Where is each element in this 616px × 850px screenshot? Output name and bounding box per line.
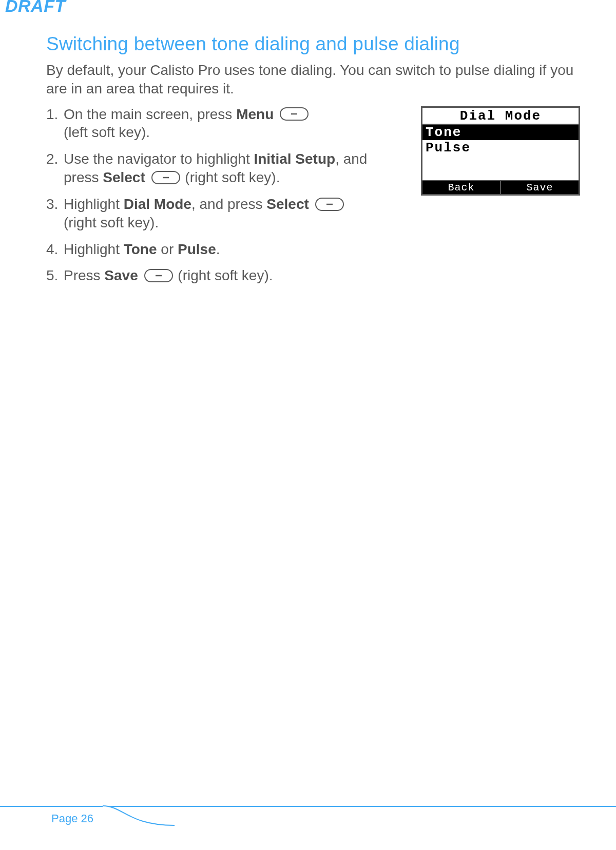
- phone-item-tone: Tone: [422, 125, 579, 140]
- body-row: On the main screen, press Menu (left sof…: [46, 105, 580, 294]
- step-4: Highlight Tone or Pulse.: [46, 240, 402, 259]
- page-footer: Page 26: [0, 806, 616, 832]
- step-text: , and press: [191, 196, 266, 212]
- content-area: Switching between tone dialing and pulse…: [46, 33, 580, 293]
- phone-softkey-back: Back: [422, 181, 501, 194]
- step-bold: Select: [103, 169, 145, 185]
- draft-watermark: DRAFT: [5, 0, 66, 16]
- step-text: or: [157, 241, 178, 257]
- step-bold: Save: [104, 267, 138, 283]
- phone-list: Tone Pulse: [422, 124, 579, 180]
- step-5: Press Save (right soft key).: [46, 266, 402, 285]
- step-3: Highlight Dial Mode, and press Select (r…: [46, 195, 402, 232]
- softkey-icon: [315, 198, 344, 211]
- intro-paragraph: By default, your Calisto Pro uses tone d…: [46, 61, 580, 98]
- softkey-icon: [151, 171, 180, 184]
- step-text: Highlight: [64, 241, 124, 257]
- step-bold: Menu: [236, 106, 274, 122]
- step-text: Highlight: [64, 196, 124, 212]
- step-text: (left soft key).: [64, 124, 150, 140]
- step-bold: Select: [266, 196, 309, 212]
- steps-list: On the main screen, press Menu (left sof…: [46, 105, 402, 294]
- step-bold: Initial Setup: [254, 151, 335, 167]
- step-bold: Pulse: [178, 241, 216, 257]
- phone-title: Dial Mode: [422, 108, 579, 124]
- page-number: Page 26: [51, 812, 93, 825]
- step-1: On the main screen, press Menu (left sof…: [46, 105, 402, 142]
- step-text: (right soft key).: [64, 215, 159, 230]
- softkey-icon: [280, 107, 309, 121]
- step-text: .: [216, 241, 220, 257]
- footer-line: [0, 806, 616, 807]
- step-text: (right soft key).: [181, 169, 280, 185]
- softkey-icon: [144, 269, 173, 282]
- phone-softkeys: Back Save: [422, 180, 579, 194]
- step-text: On the main screen, press: [64, 106, 236, 122]
- section-title: Switching between tone dialing and pulse…: [46, 33, 580, 55]
- step-text: Press: [64, 267, 104, 283]
- phone-item-pulse: Pulse: [422, 140, 579, 156]
- page: DRAFT Switching between tone dialing and…: [0, 0, 616, 850]
- phone-screen-illustration: Dial Mode Tone Pulse Back Save: [421, 106, 580, 196]
- step-text: Use the navigator to highlight: [64, 151, 254, 167]
- step-2: Use the navigator to highlight Initial S…: [46, 150, 402, 187]
- step-bold: Dial Mode: [124, 196, 191, 212]
- phone-softkey-save: Save: [501, 181, 579, 194]
- footer-curve: [103, 805, 175, 830]
- step-bold: Tone: [124, 241, 157, 257]
- step-text: (right soft key).: [174, 267, 273, 283]
